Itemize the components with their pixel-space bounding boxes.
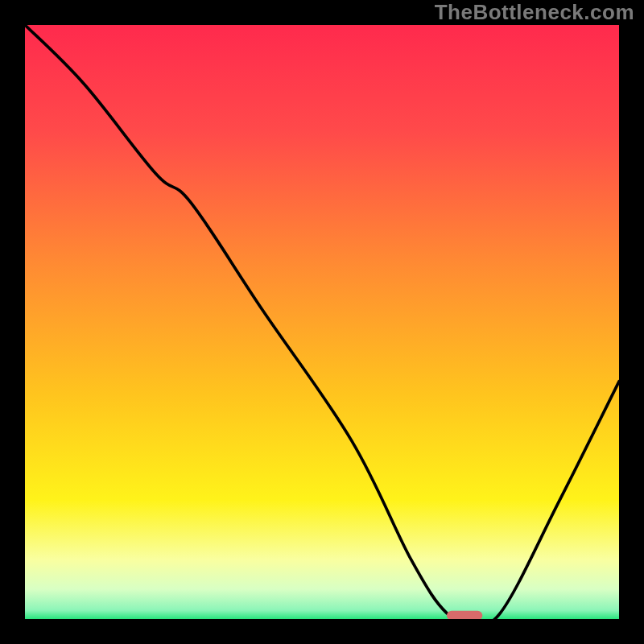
watermark-text: TheBottleneck.com [435, 0, 634, 25]
plot-background [25, 25, 619, 619]
plot-area [25, 25, 619, 619]
chart-frame: TheBottleneck.com [0, 0, 644, 644]
match-marker [447, 611, 482, 619]
